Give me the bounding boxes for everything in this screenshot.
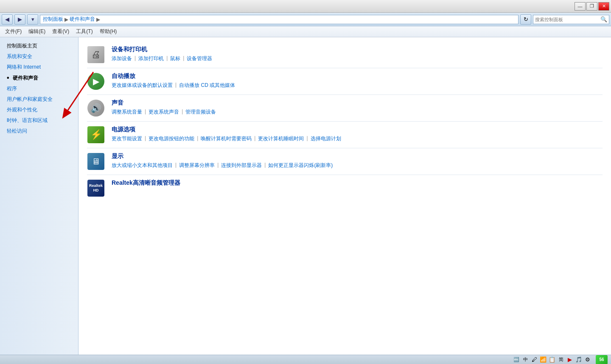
power-link-2[interactable]: 更改电源按钮的功能 xyxy=(149,135,194,142)
search-icon[interactable]: 🔍 xyxy=(600,16,607,22)
status-bar: 🔤 中 🖊 📶 📋 简 ▶ 🎵 ⚙ 56 xyxy=(0,355,611,364)
tray-pen-icon[interactable]: 🖊 xyxy=(530,356,538,364)
menu-view[interactable]: 查看(V) xyxy=(49,27,73,36)
power-links: 更改节能设置 | 更改电源按钮的功能 | 唤醒计算机时需要密码 | 更改计算机睡… xyxy=(112,135,603,142)
close-button[interactable]: ✕ xyxy=(598,2,609,11)
sidebar-item-network[interactable]: 网络和 Internet xyxy=(0,62,78,72)
tray-settings-icon[interactable]: ⚙ xyxy=(584,356,591,364)
sidebar-item-ease[interactable]: 轻松访问 xyxy=(0,126,78,136)
path-root[interactable]: 控制面板 xyxy=(43,16,63,23)
back-button[interactable]: ◀ xyxy=(2,14,13,25)
restore-button[interactable]: ❐ xyxy=(586,2,597,11)
power-link-1[interactable]: 更改节能设置 xyxy=(112,135,142,142)
devices-link-add-device[interactable]: 添加设备 xyxy=(112,55,132,62)
address-path: 控制面板 ▶ 硬件和声音 ▶ xyxy=(40,15,519,24)
tray-network-icon[interactable]: 📶 xyxy=(539,356,547,364)
power-link-4[interactable]: 更改计算机睡眠时间 xyxy=(258,135,304,142)
menu-edit[interactable]: 编辑(E) xyxy=(25,27,49,36)
system-tray: 🔤 中 🖊 📶 📋 简 ▶ 🎵 ⚙ xyxy=(513,356,591,364)
main-layout: 控制面板主页 系统和安全 网络和 Internet 硬件和声音 程序 用户帐户和… xyxy=(0,37,611,355)
tray-input-icon[interactable]: 🔤 xyxy=(513,356,520,364)
devices-link-add-printer[interactable]: 添加打印机 xyxy=(138,55,164,62)
devices-link-mouse[interactable]: 鼠标 xyxy=(170,55,180,62)
sound-content: 声音 调整系统音量 | 更改系统声音 | 管理音频设备 xyxy=(112,99,603,116)
devices-link-manager[interactable]: 设备管理器 xyxy=(187,55,212,62)
sidebar-item-system[interactable]: 系统和安全 xyxy=(0,51,78,62)
search-input[interactable] xyxy=(535,17,600,22)
minimize-button[interactable]: — xyxy=(575,2,586,11)
devices-content: 设备和打印机 添加设备 | 添加打印机 | 鼠标 | 设备管理器 xyxy=(112,46,603,62)
sidebar-item-clock[interactable]: 时钟、语言和区域 xyxy=(0,115,78,126)
tray-simplified-icon[interactable]: 简 xyxy=(557,356,565,364)
sound-icon: 🔊 xyxy=(87,99,105,117)
autoplay-link-default[interactable]: 更改媒体或设备的默认设置 xyxy=(112,82,173,89)
section-devices: 🖨 设备和打印机 添加设备 | 添加打印机 | 鼠标 | 设备管理器 xyxy=(87,42,603,68)
tray-chinese-icon[interactable]: 中 xyxy=(521,356,529,364)
sidebar: 控制面板主页 系统和安全 网络和 Internet 硬件和声音 程序 用户帐户和… xyxy=(0,37,78,355)
tray-music-icon[interactable]: 🎵 xyxy=(575,356,583,364)
power-title[interactable]: 电源选项 xyxy=(112,126,603,133)
power-content: 电源选项 更改节能设置 | 更改电源按钮的功能 | 唤醒计算机时需要密码 | 更… xyxy=(112,126,603,142)
sound-title[interactable]: 声音 xyxy=(112,99,603,107)
sidebar-item-hardware[interactable]: 硬件和声音 xyxy=(0,72,78,83)
power-link-3[interactable]: 唤醒计算机时需要密码 xyxy=(201,135,252,142)
forward-button[interactable]: ▶ xyxy=(14,14,25,25)
devices-title[interactable]: 设备和打印机 xyxy=(112,46,603,53)
display-icon: 🖥 xyxy=(87,153,105,170)
autoplay-title[interactable]: 自动播放 xyxy=(112,72,603,80)
realtek-content: Realtek高清晰音频管理器 xyxy=(112,179,603,189)
menu-bar: 文件(F) 编辑(E) 查看(V) 工具(T) 帮助(H) xyxy=(0,26,611,37)
section-autoplay: ▶ 自动播放 更改媒体或设备的默认设置 | 自动播放 CD 或其他媒体 xyxy=(87,68,603,95)
power-icon: ⚡ xyxy=(87,126,105,144)
realtek-title[interactable]: Realtek高清晰音频管理器 xyxy=(112,179,603,187)
autoplay-links: 更改媒体或设备的默认设置 | 自动播放 CD 或其他媒体 xyxy=(112,82,603,89)
sidebar-item-users[interactable]: 用户帐户和家庭安全 xyxy=(0,94,78,105)
content-area: 🖨 设备和打印机 添加设备 | 添加打印机 | 鼠标 | 设备管理器 ▶ xyxy=(78,37,611,355)
display-title[interactable]: 显示 xyxy=(112,153,603,160)
path-current[interactable]: 硬件和声音 xyxy=(70,16,95,23)
window-controls: — ❐ ✕ xyxy=(575,2,609,11)
power-link-5[interactable]: 选择电源计划 xyxy=(311,135,341,142)
autoplay-content: 自动播放 更改媒体或设备的默认设置 | 自动播放 CD 或其他媒体 xyxy=(112,72,603,89)
display-links: 放大或缩小文本和其他项目 | 调整屏幕分辨率 | 连接到外部显示器 | 如何更正… xyxy=(112,162,603,169)
autoplay-icon: ▶ xyxy=(87,72,105,90)
devices-links: 添加设备 | 添加打印机 | 鼠标 | 设备管理器 xyxy=(112,55,603,62)
search-box: 🔍 xyxy=(533,15,609,24)
sidebar-item-home[interactable]: 控制面板主页 xyxy=(0,41,78,51)
display-link-2[interactable]: 调整屏幕分辨率 xyxy=(179,162,215,169)
refresh-button[interactable]: ↻ xyxy=(520,14,531,25)
sound-link-change[interactable]: 更改系统声音 xyxy=(149,108,179,116)
section-power: ⚡ 电源选项 更改节能设置 | 更改电源按钮的功能 | 唤醒计算机时需要密码 |… xyxy=(87,122,603,148)
sound-links: 调整系统音量 | 更改系统声音 | 管理音频设备 xyxy=(112,108,603,116)
address-bar: ◀ ▶ ▾ 控制面板 ▶ 硬件和声音 ▶ ↻ 🔍 xyxy=(0,13,611,26)
menu-help[interactable]: 帮助(H) xyxy=(96,27,121,36)
display-link-1[interactable]: 放大或缩小文本和其他项目 xyxy=(112,162,173,169)
autoplay-link-cd[interactable]: 自动播放 CD 或其他媒体 xyxy=(179,82,235,89)
title-bar: — ❐ ✕ xyxy=(0,0,611,13)
menu-file[interactable]: 文件(F) xyxy=(2,27,25,36)
green-counter-badge[interactable]: 56 xyxy=(596,355,608,364)
section-realtek: RealtekHD Realtek高清晰音频管理器 xyxy=(87,175,603,201)
display-content: 显示 放大或缩小文本和其他项目 | 调整屏幕分辨率 | 连接到外部显示器 | 如… xyxy=(112,153,603,169)
section-sound: 🔊 声音 调整系统音量 | 更改系统声音 | 管理音频设备 xyxy=(87,95,603,122)
sound-link-volume[interactable]: 调整系统音量 xyxy=(112,108,142,116)
sidebar-item-appearance[interactable]: 外观和个性化 xyxy=(0,105,78,115)
devices-icon: 🖨 xyxy=(87,46,105,64)
realtek-icon: RealtekHD xyxy=(87,179,105,197)
tray-clipboard-icon[interactable]: 📋 xyxy=(548,356,556,364)
sound-link-manage[interactable]: 管理音频设备 xyxy=(185,108,216,116)
tray-play-icon[interactable]: ▶ xyxy=(566,356,574,364)
sidebar-item-programs[interactable]: 程序 xyxy=(0,83,78,94)
section-display: 🖥 显示 放大或缩小文本和其他项目 | 调整屏幕分辨率 | 连接到外部显示器 |… xyxy=(87,148,603,175)
menu-tools[interactable]: 工具(T) xyxy=(73,27,96,36)
display-link-4[interactable]: 如何更正显示器闪烁(刷新率) xyxy=(268,162,333,169)
display-link-3[interactable]: 连接到外部显示器 xyxy=(221,162,262,169)
recent-button[interactable]: ▾ xyxy=(27,14,38,25)
